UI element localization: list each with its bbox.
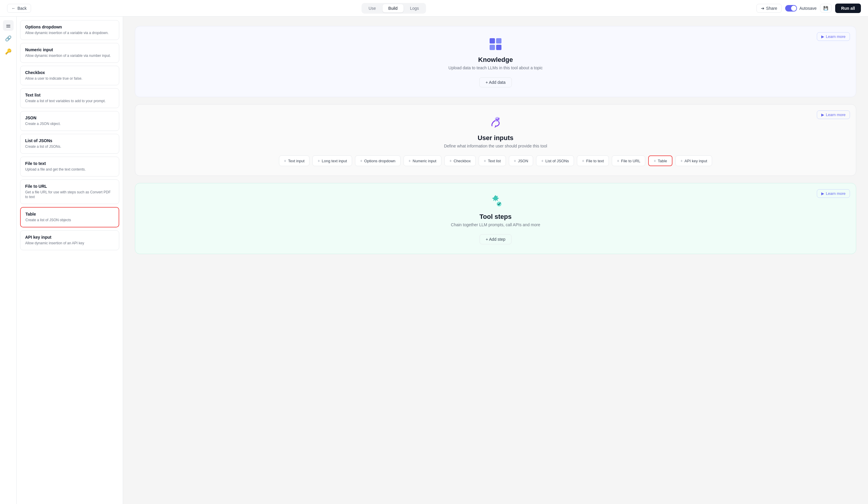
pill-text-input-label: Text input [288,159,305,163]
sidebar-icon-layers[interactable]: ⚌ [3,20,14,31]
sidebar-item-numeric-input[interactable]: Numeric input Allow dynamic insertion of… [20,43,119,63]
svg-point-4 [495,117,500,122]
sidebar-item-api-key-input[interactable]: API key input Allow dynamic insertion of… [20,230,119,250]
knowledge-icon [487,36,504,52]
sidebar-item-file-to-url[interactable]: File to URL Get a file URL for use with … [20,180,119,204]
svg-rect-1 [496,38,502,43]
pill-long-text-input-label: Long text input [322,159,347,163]
pill-file-to-url-label: File to URL [621,159,640,163]
share-icon: ➔ [761,6,764,11]
plus-icon: + [541,159,544,163]
sidebar-item-json[interactable]: JSON Create a JSON object. [20,111,119,131]
play-icon: ▶ [821,34,824,39]
knowledge-card: ▶ Learn more Knowledge Upload data to te… [135,26,856,97]
pill-text-input[interactable]: + Text input [279,155,310,166]
tab-use[interactable]: Use [363,4,382,12]
add-step-label: + Add step [486,237,506,242]
tool-steps-learn-more-label: Learn more [826,191,846,196]
add-step-button[interactable]: + Add step [479,234,512,244]
tab-bar: Use Build Logs [362,3,426,14]
main-layout: ⚌ 🔗 🔑 Options dropdown Allow dynamic ins… [0,17,868,504]
pill-table-label: Table [658,159,667,163]
add-data-button[interactable]: + Add data [479,77,512,87]
tool-steps-learn-more-button[interactable]: ▶ Learn more [817,189,850,198]
knowledge-learn-more-button[interactable]: ▶ Learn more [817,32,850,41]
pills-container: + Text input + Long text input + Options… [145,155,846,166]
pill-api-key-input[interactable]: + API key input [675,155,712,166]
plus-icon: + [409,159,411,163]
pill-checkbox-label: Checkbox [454,159,471,163]
tool-steps-card-header: Tool steps Chain together LLM prompts, c… [145,193,846,227]
tool-steps-title: Tool steps [145,213,846,221]
pill-options-dropdown-label: Options dropdown [364,159,395,163]
pill-file-to-text-label: File to text [586,159,604,163]
user-inputs-learn-more-label: Learn more [826,112,846,117]
user-inputs-desc: Define what information the user should … [145,144,846,148]
run-all-button[interactable]: Run all [835,3,861,13]
plus-icon: + [680,159,683,163]
pill-long-text-input[interactable]: + Long text input [312,155,352,166]
key-icon: 🔑 [5,48,11,55]
tab-build[interactable]: Build [383,4,404,12]
tool-steps-card: ▶ Learn more Tool steps Chain together L… [135,183,856,254]
share-button[interactable]: ➔ Share [756,4,782,13]
back-label: Back [18,6,27,11]
plus-icon: + [484,159,486,163]
knowledge-card-header: Knowledge Upload data to teach LLMs in t… [145,36,846,70]
pill-api-key-input-label: API key input [684,159,707,163]
pill-file-to-text[interactable]: + File to text [577,155,609,166]
top-navigation: ← Back Use Build Logs ➔ Share Autosave 💾… [0,0,868,17]
user-inputs-title: User inputs [145,134,846,142]
sidebar-item-options-dropdown[interactable]: Options dropdown Allow dynamic insertion… [20,20,119,40]
play-icon-2: ▶ [821,112,824,117]
sidebar-icon-link[interactable]: 🔗 [3,33,14,44]
autosave-label: Autosave [799,6,817,11]
sidebar-item-list-of-jsons[interactable]: List of JSONs Create a list of JSONs. [20,134,119,154]
knowledge-learn-more-label: Learn more [826,34,846,39]
pill-list-of-jsons-label: List of JSONs [546,159,569,163]
plus-icon: + [582,159,584,163]
topnav-left: ← Back [7,4,31,13]
pill-list-of-jsons[interactable]: + List of JSONs [536,155,574,166]
play-icon-3: ▶ [821,191,824,196]
sidebar-item-table[interactable]: Table Create a list of JSON objects [20,207,119,228]
left-panel: Options dropdown Allow dynamic insertion… [17,17,123,504]
tool-steps-icon [487,193,504,209]
pill-table[interactable]: + Table [648,155,672,166]
user-inputs-learn-more-button[interactable]: ▶ Learn more [817,110,850,119]
add-data-label: + Add data [485,80,505,85]
user-inputs-icon [487,114,504,131]
pill-text-list-label: Text list [488,159,500,163]
plus-icon: + [617,159,619,163]
pill-file-to-url[interactable]: + File to URL [612,155,645,166]
pill-options-dropdown[interactable]: + Options dropdown [355,155,401,166]
share-label: Share [766,6,777,11]
svg-rect-2 [489,45,495,50]
plus-icon: + [653,159,656,163]
autosave-wrapper: Autosave [785,5,817,12]
sidebar-item-checkbox[interactable]: Checkbox Allow a user to indicate true o… [20,66,119,85]
svg-rect-3 [496,45,502,50]
sidebar-item-file-to-text[interactable]: File to text Upload a file and get the t… [20,157,119,177]
plus-icon: + [284,159,286,163]
sidebar-item-text-list[interactable]: Text list Create a list of text variable… [20,88,119,108]
pill-numeric-input[interactable]: + Numeric input [404,155,441,166]
layers-icon: ⚌ [6,22,11,29]
back-arrow-icon: ← [11,6,16,11]
save-icon-button[interactable]: 💾 [820,4,831,12]
svg-rect-0 [489,38,495,43]
pill-json-label: JSON [518,159,528,163]
autosave-toggle[interactable] [785,5,797,12]
save-icon: 💾 [823,6,828,10]
pill-checkbox[interactable]: + Checkbox [444,155,476,166]
main-content: ▶ Learn more Knowledge Upload data to te… [123,17,868,504]
pill-json[interactable]: + JSON [509,155,534,166]
sidebar-icon-key[interactable]: 🔑 [3,46,14,57]
plus-icon: + [318,159,320,163]
user-inputs-card: ▶ Learn more User inputs Define what inf… [135,104,856,176]
back-button[interactable]: ← Back [7,4,31,13]
pill-numeric-input-label: Numeric input [413,159,436,163]
tab-logs[interactable]: Logs [404,4,425,12]
pill-text-list[interactable]: + Text list [479,155,506,166]
plus-icon: + [360,159,362,163]
